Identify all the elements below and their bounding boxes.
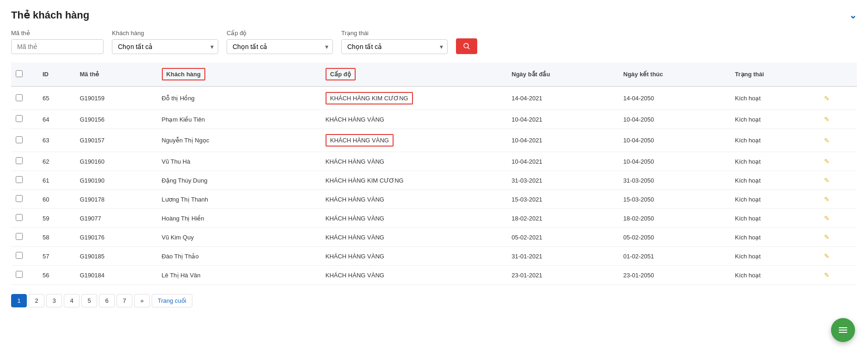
row-checkbox-cell [11, 209, 38, 228]
capdo-highlighted: KHÁCH HÀNG VÀNG [326, 134, 394, 147]
cell-khachhang: Đào Thị Thảo [157, 247, 321, 266]
header-checkbox [11, 62, 38, 86]
cell-action: ✎ [819, 86, 857, 110]
edit-icon[interactable]: ✎ [824, 196, 830, 203]
header-action [819, 62, 857, 86]
cell-trangthai: Kích hoạt [730, 152, 819, 171]
edit-icon[interactable]: ✎ [824, 271, 830, 279]
edit-icon[interactable]: ✎ [824, 214, 830, 222]
page-button-5[interactable]: 5 [81, 294, 97, 307]
pagination: 1234567»Trang cuối [11, 294, 857, 307]
row-checkbox[interactable] [16, 94, 23, 101]
row-checkbox[interactable] [16, 271, 23, 278]
capdo-select-wrapper: Chọn tất cả [227, 39, 333, 54]
cell-capdo: KHÁCH HÀNG VÀNG [321, 266, 507, 285]
cell-action: ✎ [819, 129, 857, 152]
pagination-last[interactable]: Trang cuối [152, 294, 192, 307]
edit-icon[interactable]: ✎ [824, 137, 830, 144]
page-button-2[interactable]: 2 [29, 294, 44, 307]
capdo-select[interactable]: Chọn tất cả [227, 39, 333, 54]
cell-ngayketthuc: 14-04-2050 [619, 86, 731, 110]
edit-icon[interactable]: ✎ [824, 95, 830, 102]
row-checkbox[interactable] [16, 195, 23, 202]
cell-action: ✎ [819, 228, 857, 247]
cell-ngayketthuc: 01-02-2051 [619, 247, 731, 266]
cell-capdo: KHÁCH HÀNG VÀNG [321, 228, 507, 247]
header-trangthai: Trạng thái [730, 62, 819, 86]
header-khachhang: Khách hàng [157, 62, 321, 86]
page-button-4[interactable]: 4 [64, 294, 80, 307]
page-title: Thẻ khách hàng [11, 9, 89, 21]
cell-id: 62 [38, 152, 75, 171]
mathe-label: Mã thẻ [11, 30, 104, 37]
khachhang-select[interactable]: Chọn tất cả [112, 39, 218, 54]
page-button-7[interactable]: 7 [117, 294, 132, 307]
row-checkbox-cell [11, 190, 38, 209]
cell-ngaybatdau: 15-03-2021 [507, 190, 619, 209]
row-checkbox[interactable] [16, 252, 23, 259]
capdo-label: Cấp độ [227, 30, 333, 37]
edit-icon[interactable]: ✎ [824, 233, 830, 241]
row-checkbox[interactable] [16, 136, 23, 143]
cell-ngaybatdau: 05-02-2021 [507, 228, 619, 247]
edit-icon[interactable]: ✎ [824, 252, 830, 260]
cell-trangthai: Kích hoạt [730, 209, 819, 228]
search-button[interactable] [456, 38, 477, 54]
trangthai-label: Trạng thái [341, 30, 448, 37]
cell-ngayketthuc: 10-04-2050 [619, 152, 731, 171]
mathe-input[interactable] [11, 39, 104, 54]
row-checkbox[interactable] [16, 157, 23, 164]
cell-ngayketthuc: 15-03-2050 [619, 190, 731, 209]
row-checkbox[interactable] [16, 233, 23, 240]
header-capdo: Cấp độ [321, 62, 507, 86]
main-table: ID Mã thẻ Khách hàng Cấp độ Ngày bắt đầu [11, 62, 857, 285]
cell-ngayketthuc: 10-04-2050 [619, 129, 731, 152]
cell-mathe: G190190 [75, 171, 157, 190]
table-row: 62G190160Vũ Thu HàKHÁCH HÀNG VÀNG10-04-2… [11, 152, 857, 171]
cell-id: 58 [38, 228, 75, 247]
cell-ngaybatdau: 10-04-2021 [507, 152, 619, 171]
cell-ngayketthuc: 18-02-2050 [619, 209, 731, 228]
row-checkbox-cell [11, 129, 38, 152]
cell-id: 65 [38, 86, 75, 110]
cell-mathe: G190185 [75, 247, 157, 266]
cell-mathe: G190178 [75, 190, 157, 209]
page-button-6[interactable]: 6 [99, 294, 115, 307]
page-button-3[interactable]: 3 [46, 294, 62, 307]
cell-capdo: KHÁCH HÀNG VÀNG [321, 129, 507, 152]
pagination-next[interactable]: » [134, 294, 150, 307]
cell-capdo: KHÁCH HÀNG KIM CƯƠNG [321, 171, 507, 190]
table-row: 57G190185Đào Thị ThảoKHÁCH HÀNG VÀNG31-0… [11, 247, 857, 266]
row-checkbox-cell [11, 266, 38, 285]
cell-ngaybatdau: 31-03-2021 [507, 171, 619, 190]
table-wrapper: ID Mã thẻ Khách hàng Cấp độ Ngày bắt đầu [11, 62, 857, 285]
row-checkbox[interactable] [16, 214, 23, 221]
table-row: 58G190176Vũ Kim QuyKHÁCH HÀNG VÀNG05-02-… [11, 228, 857, 247]
cell-trangthai: Kích hoạt [730, 110, 819, 129]
table-body: 65G190159Đỗ thị HồngKHÁCH HÀNG KIM CƯƠNG… [11, 86, 857, 285]
cell-ngayketthuc: 10-04-2050 [619, 110, 731, 129]
edit-icon[interactable]: ✎ [824, 177, 830, 184]
table-row: 64G190156Phạm Kiều TiênKHÁCH HÀNG VÀNG10… [11, 110, 857, 129]
edit-icon[interactable]: ✎ [824, 116, 830, 123]
row-checkbox[interactable] [16, 115, 23, 122]
row-checkbox-cell [11, 171, 38, 190]
select-all-checkbox[interactable] [16, 70, 23, 77]
row-checkbox-cell [11, 86, 38, 110]
cell-id: 56 [38, 266, 75, 285]
cell-capdo: KHÁCH HÀNG KIM CƯƠNG [321, 86, 507, 110]
row-checkbox[interactable] [16, 176, 23, 183]
cell-mathe: G190176 [75, 228, 157, 247]
edit-icon[interactable]: ✎ [824, 158, 830, 165]
page-button-1[interactable]: 1 [11, 294, 27, 307]
cell-khachhang: Hoàng Thị Hiền [157, 209, 321, 228]
header-ngaybatdau: Ngày bắt đầu [507, 62, 619, 86]
filter-khachhang: Khách hàng Chọn tất cả [112, 30, 218, 54]
fab-button[interactable] [831, 318, 855, 342]
cell-ngayketthuc: 31-03-2050 [619, 171, 731, 190]
cell-trangthai: Kích hoạt [730, 228, 819, 247]
cell-action: ✎ [819, 266, 857, 285]
row-checkbox-cell [11, 228, 38, 247]
trangthai-select[interactable]: Chọn tất cả [341, 39, 448, 54]
cell-id: 61 [38, 171, 75, 190]
